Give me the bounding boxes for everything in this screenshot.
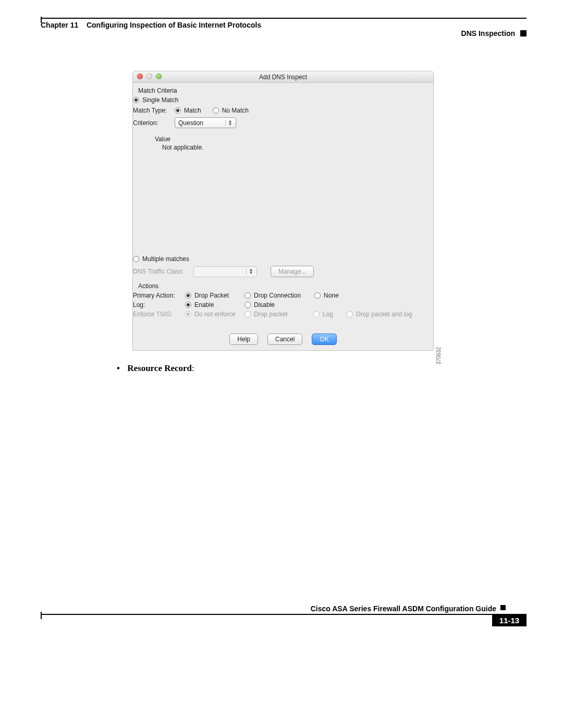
page-header: Chapter 11 Configuring Inspection of Bas… bbox=[41, 18, 527, 29]
header-square-icon bbox=[520, 30, 527, 36]
enforce-tsig-row: Enforce TSIG: Do not enforce Drop packet… bbox=[133, 311, 433, 318]
enforce-tsig-label: Enforce TSIG: bbox=[133, 311, 182, 318]
resource-record-bullet: • Resource Record: bbox=[117, 363, 194, 374]
single-match-radio[interactable] bbox=[133, 97, 139, 103]
primary-action-drop-connection-label: Drop Connection bbox=[254, 292, 311, 299]
value-body: Not applicable. bbox=[162, 144, 433, 151]
tsig-log-label: Log bbox=[323, 311, 344, 318]
tsig-log-radio bbox=[313, 311, 320, 317]
log-disable-radio[interactable] bbox=[244, 302, 251, 308]
single-match-radio-row[interactable]: Single Match bbox=[133, 96, 433, 104]
match-type-nomatch-radio[interactable] bbox=[213, 107, 219, 114]
chapter-title: Configuring Inspection of Basic Internet… bbox=[87, 21, 261, 29]
minimize-icon[interactable] bbox=[146, 73, 152, 79]
chevron-down-icon: ▲▼ bbox=[225, 120, 232, 126]
tsig-donotenforce-radio bbox=[185, 311, 191, 317]
criterion-label: Criterion: bbox=[133, 119, 172, 127]
close-icon[interactable] bbox=[137, 73, 143, 79]
ok-button[interactable]: OK bbox=[312, 334, 336, 345]
primary-action-row: Primary Action: Drop Packet Drop Connect… bbox=[133, 292, 433, 299]
tsig-droppacket-label: Drop packet bbox=[254, 311, 310, 318]
log-enable-radio[interactable] bbox=[185, 302, 191, 308]
dialog-titlebar: Add DNS Inspect bbox=[133, 71, 433, 83]
criterion-value: Question bbox=[178, 119, 203, 127]
match-type-match-radio[interactable] bbox=[175, 107, 181, 114]
tsig-dropandlog-label: Drop packet and log bbox=[356, 311, 412, 318]
tsig-donotenforce-label: Do not enforce bbox=[194, 311, 241, 318]
tsig-dropandlog-radio bbox=[347, 311, 353, 317]
dns-traffic-class-row: DNS Traffic Class: ▲▼ Manage... bbox=[133, 266, 433, 277]
footer-guide-title: Cisco ASA Series Firewall ASDM Configura… bbox=[311, 604, 496, 613]
match-type-label: Match Type: bbox=[133, 107, 172, 114]
window-controls bbox=[137, 73, 162, 79]
header-rule-tick bbox=[41, 17, 42, 23]
manage-button[interactable]: Manage... bbox=[271, 266, 314, 277]
footer-rule bbox=[41, 614, 527, 615]
match-type-row: Match Type: Match No Match bbox=[133, 107, 433, 114]
dialog-title: Add DNS Inspect bbox=[259, 73, 307, 81]
criterion-row: Criterion: Question ▲▼ bbox=[133, 117, 433, 128]
section-title: DNS Inspection bbox=[461, 29, 515, 38]
primary-action-drop-packet-radio[interactable] bbox=[185, 292, 191, 299]
match-type-nomatch-label: No Match bbox=[222, 107, 249, 114]
multiple-matches-label: Multiple matches bbox=[142, 255, 189, 263]
dns-traffic-class-select: ▲▼ bbox=[193, 266, 257, 277]
match-criteria-heading: Match Criteria bbox=[138, 87, 433, 94]
tsig-droppacket-radio bbox=[244, 311, 251, 317]
bullet-suffix: : bbox=[192, 363, 194, 373]
single-match-label: Single Match bbox=[142, 96, 178, 104]
criterion-select[interactable]: Question ▲▼ bbox=[175, 117, 236, 128]
value-heading: Value bbox=[155, 135, 433, 143]
footer-rule-tick bbox=[41, 612, 42, 619]
footer-square-icon bbox=[500, 605, 506, 610]
log-row: Log: Enable Disable bbox=[133, 301, 433, 309]
cancel-button[interactable]: Cancel bbox=[267, 334, 302, 345]
primary-action-none-radio[interactable] bbox=[314, 292, 321, 299]
actions-heading: Actions bbox=[138, 282, 433, 290]
dns-traffic-class-label: DNS Traffic Class: bbox=[133, 268, 190, 275]
primary-action-drop-connection-radio[interactable] bbox=[244, 292, 251, 299]
log-label: Log: bbox=[133, 301, 182, 309]
page-header-section: DNS Inspection bbox=[461, 29, 527, 38]
dialog-button-row: Help Cancel OK bbox=[133, 334, 433, 345]
match-type-match-label: Match bbox=[184, 107, 201, 114]
page-number: 11-13 bbox=[492, 614, 527, 626]
help-button[interactable]: Help bbox=[229, 334, 258, 345]
chevron-down-icon: ▲▼ bbox=[246, 268, 253, 275]
primary-action-label: Primary Action: bbox=[133, 292, 182, 299]
add-dns-inspect-dialog: Add DNS Inspect Match Criteria Single Ma… bbox=[132, 71, 434, 351]
log-disable-label: Disable bbox=[254, 301, 275, 309]
multiple-matches-radio-row[interactable]: Multiple matches bbox=[133, 255, 433, 263]
zoom-icon[interactable] bbox=[156, 73, 162, 79]
bullet-marker: • bbox=[117, 363, 120, 373]
multiple-matches-radio[interactable] bbox=[133, 256, 139, 262]
log-enable-label: Enable bbox=[194, 301, 241, 309]
chapter-label: Chapter 11 bbox=[41, 21, 78, 29]
dialog-image-id: 370632 bbox=[436, 347, 442, 364]
primary-action-none-label: None bbox=[324, 292, 339, 299]
primary-action-drop-packet-label: Drop Packet bbox=[194, 292, 241, 299]
bullet-text: Resource Record bbox=[127, 363, 192, 373]
